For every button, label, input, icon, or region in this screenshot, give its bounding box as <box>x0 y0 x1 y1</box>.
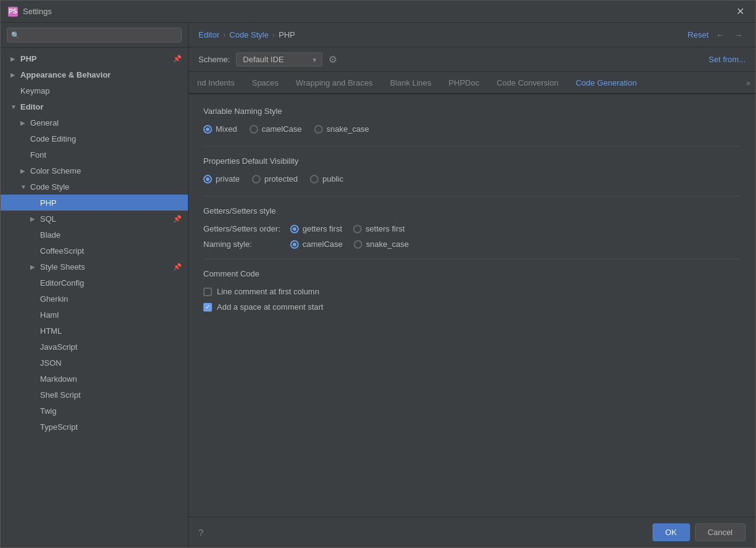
sidebar-item-label: General <box>30 118 188 127</box>
sidebar-item-blade[interactable]: Blade <box>1 227 188 243</box>
sidebar-item-haml[interactable]: Haml <box>1 307 188 323</box>
sidebar-item-label: Gherkin <box>40 294 188 304</box>
tab-blank[interactable]: Blank Lines <box>381 72 440 94</box>
bottom-bar: ? OK Cancel <box>189 517 755 547</box>
radio-camelcase-naming[interactable]: camelCase <box>290 240 343 249</box>
sidebar-item-javascript[interactable]: JavaScript <box>1 339 188 355</box>
sidebar-item-sql[interactable]: ▶ SQL 📌 <box>1 211 188 227</box>
sidebar-item-keymap[interactable]: Keymap <box>1 83 188 99</box>
divider1 <box>203 146 741 147</box>
sidebar-item-editorconfig[interactable]: EditorConfig <box>1 275 188 291</box>
radio-snake-naming[interactable]: snake_case <box>354 240 408 249</box>
tab-more-button[interactable]: » <box>741 72 755 93</box>
arrow-icon: ▼ <box>10 103 18 110</box>
sidebar-item-label: Haml <box>40 310 188 320</box>
sidebar-item-font[interactable]: Font <box>1 147 188 163</box>
sidebar-item-shell-script[interactable]: Shell Script <box>1 387 188 403</box>
sidebar-item-label: HTML <box>40 326 188 336</box>
radio-snake-case[interactable]: snake_case <box>314 124 369 134</box>
radio-setters-first-label: setters first <box>365 224 405 233</box>
checkbox-space-comment[interactable]: Add a space at comment start <box>203 302 741 312</box>
sidebar-item-style-sheets[interactable]: ▶ Style Sheets 📌 <box>1 259 188 275</box>
tab-conversion[interactable]: Code Conversion <box>488 72 567 94</box>
radio-protected[interactable]: protected <box>252 174 298 183</box>
tab-phpdoc[interactable]: PHPDoc <box>440 72 488 94</box>
reset-button[interactable]: Reset <box>688 30 709 39</box>
right-panel: Editor › Code Style › PHP Reset ← → Sche… <box>189 23 755 547</box>
radio-getters-first[interactable]: getters first <box>290 224 342 233</box>
cancel-button[interactable]: Cancel <box>695 523 746 541</box>
radio-mixed[interactable]: Mixed <box>203 124 237 134</box>
sidebar-item-gherkin[interactable]: Gherkin <box>1 291 188 307</box>
divider2 <box>203 196 741 196</box>
checkbox-line-comment-box <box>203 288 212 296</box>
title-bar: PS Settings ✕ <box>1 1 755 23</box>
sidebar-item-label: EditorConfig <box>40 278 188 288</box>
getters-setters-order-radios: getters first setters first <box>290 224 741 233</box>
forward-button[interactable]: → <box>732 29 746 41</box>
set-from-button[interactable]: Set from... <box>709 55 746 64</box>
pin-icon: 📌 <box>173 55 182 63</box>
close-button[interactable]: ✕ <box>733 4 748 18</box>
sidebar-item-label: Keymap <box>20 86 188 95</box>
sidebar-item-php-top[interactable]: ▶ PHP 📌 <box>1 50 188 66</box>
sidebar-item-editor[interactable]: ▼ Editor <box>1 99 188 115</box>
getters-setters-title: Getters/Setters style <box>203 206 741 216</box>
ok-button[interactable]: OK <box>652 523 690 541</box>
sidebar-item-label: Twig <box>40 406 188 416</box>
scheme-label: Scheme: <box>198 55 230 64</box>
arrow-icon: ▶ <box>20 119 28 126</box>
tab-wrapping[interactable]: Wrapping and Braces <box>287 72 381 94</box>
sidebar-item-code-style[interactable]: ▼ Code Style <box>1 179 188 195</box>
radio-private[interactable]: private <box>203 174 240 183</box>
search-icon: 🔍 <box>11 31 20 39</box>
radio-protected-circle <box>252 175 261 183</box>
sidebar-item-label: Appearance & Behavior <box>20 70 188 79</box>
radio-mixed-label: Mixed <box>216 124 237 134</box>
comment-code-section: Comment Code Line comment at first colum… <box>203 269 741 312</box>
app-icon: PS <box>8 7 18 17</box>
sidebar-item-json[interactable]: JSON <box>1 355 188 371</box>
breadcrumb-php: PHP <box>278 30 295 39</box>
sidebar-item-typescript[interactable]: TypeScript <box>1 419 188 435</box>
sidebar-item-color-scheme[interactable]: ▶ Color Scheme <box>1 163 188 179</box>
sidebar-item-php[interactable]: PHP <box>1 195 188 211</box>
search-input[interactable] <box>7 28 182 42</box>
sidebar-item-label: Font <box>30 150 188 159</box>
checkbox-line-comment-label: Line comment at first column <box>217 287 319 296</box>
sidebar-item-appearance[interactable]: ▶ Appearance & Behavior <box>1 66 188 83</box>
sidebar-item-label: Markdown <box>40 374 188 384</box>
radio-setters-first[interactable]: setters first <box>353 224 405 233</box>
breadcrumb-code-style[interactable]: Code Style <box>229 30 269 39</box>
sidebar-item-label: Editor <box>20 102 188 111</box>
tabs-bar: nd Indents Spaces Wrapping and Braces Bl… <box>189 72 755 94</box>
scheme-bar: Scheme: Default IDE ▼ ⚙ Set from... <box>189 47 755 72</box>
radio-snake-label: snake_case <box>327 124 369 134</box>
tab-generation[interactable]: Code Generation <box>567 72 645 94</box>
tab-indents[interactable]: nd Indents <box>189 72 243 94</box>
content-area: Variable Naming Style Mixed camelCase <box>189 94 755 517</box>
sidebar-item-label: JavaScript <box>40 342 188 352</box>
sidebar-item-coffeescript[interactable]: CoffeeScript <box>1 243 188 259</box>
scheme-select[interactable]: Default IDE <box>236 52 322 66</box>
sidebar-item-twig[interactable]: Twig <box>1 403 188 419</box>
sidebar-item-code-editing[interactable]: Code Editing <box>1 131 188 147</box>
arrow-icon: ▶ <box>30 264 38 270</box>
sidebar-item-label: TypeScript <box>40 422 188 432</box>
sidebar-item-markdown[interactable]: Markdown <box>1 371 188 387</box>
back-button[interactable]: ← <box>713 29 727 41</box>
sidebar-item-general[interactable]: ▶ General <box>1 115 188 131</box>
breadcrumb-editor[interactable]: Editor <box>198 30 219 39</box>
radio-public[interactable]: public <box>310 174 343 183</box>
help-icon[interactable]: ? <box>198 527 203 538</box>
arrow-icon: ▶ <box>10 71 18 78</box>
gear-icon[interactable]: ⚙ <box>328 54 337 65</box>
radio-camelcase[interactable]: camelCase <box>250 124 302 134</box>
checkbox-line-comment[interactable]: Line comment at first column <box>203 287 741 296</box>
window-title: Settings <box>23 7 733 16</box>
sidebar-item-label: Shell Script <box>40 390 188 400</box>
radio-snake-circle <box>314 125 323 134</box>
sidebar-item-html[interactable]: HTML <box>1 323 188 339</box>
comment-code-title: Comment Code <box>203 269 741 278</box>
tab-spaces[interactable]: Spaces <box>243 72 287 94</box>
